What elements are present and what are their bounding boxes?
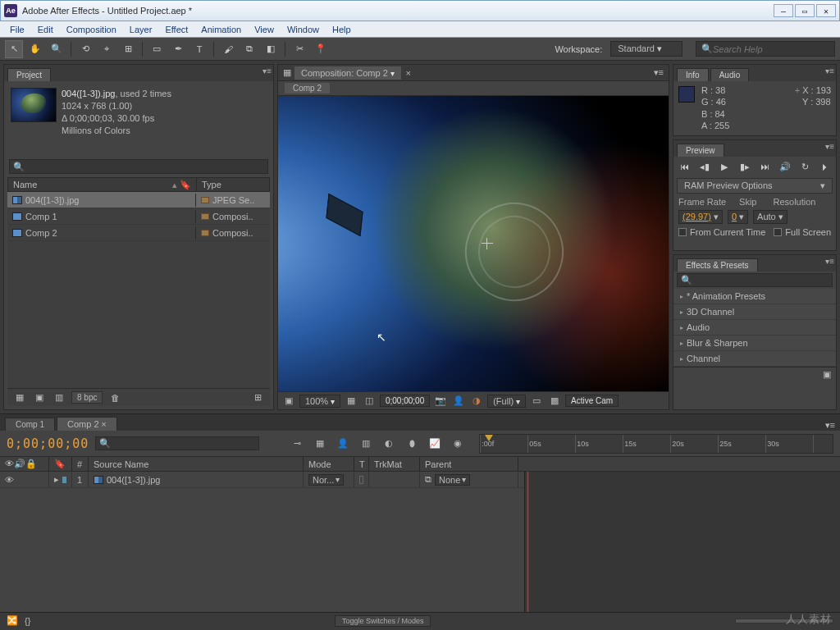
timeline-tab-comp1[interactable]: Comp 1 — [5, 418, 55, 431]
rotation-tool[interactable]: ⟲ — [76, 40, 94, 58]
toggle-switches-button[interactable]: Toggle Switches / Modes — [335, 615, 431, 627]
first-frame-icon[interactable]: ⏮ — [677, 160, 692, 173]
menu-edit[interactable]: Edit — [31, 23, 60, 36]
new-folder-icon[interactable]: ▣ — [32, 391, 47, 404]
menu-help[interactable]: Help — [326, 23, 358, 36]
panel-menu-icon[interactable]: ▾≡ — [654, 67, 664, 78]
viewer-time[interactable]: 0;00;00;00 — [380, 395, 430, 407]
play-icon[interactable]: ▶ — [717, 160, 732, 173]
timeline-layer-row[interactable]: 👁 ▸ 1 004([1-3]).jpg Nor...▾ ⧉ None ▾ — [0, 472, 524, 488]
frame-blend-icon[interactable]: ▥ — [358, 436, 374, 451]
menu-window[interactable]: Window — [281, 23, 326, 36]
new-comp-icon[interactable]: ▥ — [52, 391, 66, 404]
eye-icon[interactable]: 👁 — [5, 475, 14, 485]
flowchart-icon[interactable]: ⊞ — [250, 391, 265, 404]
transparency-grid-icon[interactable]: ▩ — [547, 395, 562, 408]
brush-tool[interactable]: 🖌 — [219, 40, 237, 58]
resolution-select[interactable]: (Full) ▾ — [487, 395, 526, 408]
camera-select[interactable]: Active Cam — [565, 395, 619, 407]
effects-category[interactable]: 3D Channel — [673, 304, 836, 320]
hand-tool[interactable]: ✋ — [26, 40, 44, 58]
composition-tab[interactable]: Composition: Comp 2 ▾ — [294, 66, 401, 80]
roto-tool[interactable]: ✂ — [290, 40, 308, 58]
project-row[interactable]: Comp 1Composi.. — [7, 208, 270, 225]
grid-icon[interactable]: ▦ — [344, 395, 358, 408]
panel-menu-icon[interactable]: ▾≡ — [262, 66, 272, 75]
search-help[interactable]: 🔍 — [696, 41, 835, 57]
pan-behind-tool[interactable]: ⊞ — [119, 40, 137, 58]
blend-mode-select[interactable]: Nor...▾ — [308, 474, 344, 486]
layer-switches-icon[interactable]: {} — [25, 616, 30, 626]
comp-inner-tab[interactable]: Comp 2 — [285, 83, 330, 94]
effects-category[interactable]: Blur & Sharpen — [673, 336, 836, 351]
panel-menu-icon[interactable]: ▾≡ — [825, 66, 834, 75]
menu-effect[interactable]: Effect — [158, 23, 194, 36]
effects-category[interactable]: * Animation Presets — [673, 289, 836, 304]
project-search[interactable]: 🔍 — [9, 159, 268, 174]
effects-search[interactable]: 🔍 — [677, 273, 833, 287]
timeline-track-area[interactable] — [525, 472, 840, 612]
prev-frame-icon[interactable]: ◂▮ — [697, 160, 712, 173]
project-tab[interactable]: Project — [7, 68, 51, 81]
tab-close-icon[interactable]: × — [101, 419, 106, 429]
zoom-slider[interactable] — [735, 619, 833, 623]
project-row[interactable]: Comp 2Composi.. — [7, 225, 270, 241]
info-tab[interactable]: Info — [677, 68, 709, 81]
parent-select[interactable]: None ▾ — [435, 474, 470, 486]
audio-tab[interactable]: Audio — [710, 68, 750, 81]
selection-tool[interactable]: ↖ — [5, 40, 23, 58]
apply-effect-icon[interactable]: ▣ — [823, 369, 831, 383]
comp-mini-flowchart-icon[interactable]: ⊸ — [289, 436, 305, 451]
menu-animation[interactable]: Animation — [194, 23, 248, 36]
minimize-button[interactable]: — — [774, 4, 793, 17]
next-frame-icon[interactable]: ▮▸ — [737, 160, 752, 173]
menu-layer[interactable]: Layer — [123, 23, 159, 36]
menu-view[interactable]: View — [248, 23, 281, 36]
preview-tab[interactable]: Preview — [677, 144, 724, 157]
effects-tab[interactable]: Effects & Presets — [677, 258, 758, 272]
skip-select[interactable]: 0 ▾ — [728, 210, 748, 224]
zoom-tool[interactable]: 🔍 — [48, 40, 66, 58]
shy-toggle-icon[interactable]: 👤 — [335, 436, 351, 451]
mask-toggle-icon[interactable]: ◫ — [362, 395, 377, 408]
auto-keyframe-icon[interactable]: ◉ — [450, 436, 466, 451]
channel-icon[interactable]: ◑ — [469, 395, 484, 408]
workspace-select[interactable]: Standard ▾ — [610, 41, 682, 57]
puppet-tool[interactable]: 📍 — [312, 40, 330, 58]
panel-menu-icon[interactable]: ▾≡ — [825, 257, 834, 266]
search-help-input[interactable] — [713, 44, 829, 54]
clone-tool[interactable]: ⧉ — [240, 40, 258, 58]
effects-category[interactable]: Audio — [673, 320, 836, 336]
roi-icon[interactable]: ▭ — [529, 395, 544, 408]
menu-composition[interactable]: Composition — [60, 23, 123, 36]
brainstorm-icon[interactable]: ⬮ — [404, 436, 420, 451]
tab-close-icon[interactable]: × — [406, 68, 411, 78]
pen-tool[interactable]: ✒ — [169, 40, 187, 58]
audio-icon[interactable]: 🔊 — [778, 160, 792, 173]
from-current-checkbox[interactable]: From Current Time — [678, 227, 765, 237]
rectangle-tool[interactable]: ▭ — [148, 40, 166, 58]
snapshot-icon[interactable]: 📷 — [433, 395, 448, 408]
interpret-footage-icon[interactable]: ▦ — [12, 391, 27, 404]
close-button[interactable]: ✕ — [816, 4, 836, 17]
ram-preview-options[interactable]: RAM Preview Options▾ — [677, 178, 833, 194]
panel-menu-icon[interactable]: ▾≡ — [825, 142, 834, 151]
type-tool[interactable]: T — [190, 40, 208, 58]
last-frame-icon[interactable]: ⏭ — [757, 160, 772, 173]
draft-3d-icon[interactable]: ▦ — [312, 436, 328, 451]
timeline-current-time[interactable]: 0;00;00;00 — [7, 436, 89, 451]
bpc-indicator[interactable]: 8 bpc — [71, 391, 103, 404]
cti-line[interactable] — [527, 472, 528, 612]
menu-file[interactable]: File — [3, 23, 31, 36]
panel-menu-icon[interactable]: ▾≡ — [825, 420, 835, 431]
project-row[interactable]: 004([1-3]).jpgJPEG Se.. — [7, 192, 270, 208]
motion-blur-icon[interactable]: ◐ — [381, 436, 397, 451]
effects-category[interactable]: Channel — [673, 351, 836, 367]
composition-viewport[interactable]: ↖ — [278, 96, 669, 391]
ram-preview-icon[interactable]: ⏵ — [818, 160, 833, 173]
full-screen-checkbox[interactable]: Full Screen — [774, 227, 831, 237]
current-time-indicator[interactable] — [482, 435, 491, 453]
zoom-select[interactable]: 100% ▾ — [299, 395, 340, 408]
always-preview-icon[interactable]: ▣ — [281, 395, 296, 408]
show-snapshot-icon[interactable]: 👤 — [451, 395, 466, 408]
